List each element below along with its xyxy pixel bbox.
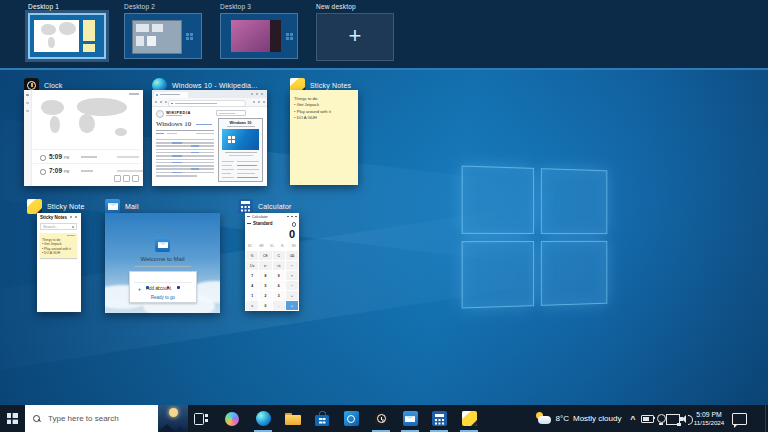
weather-temperature: 8°C xyxy=(556,414,569,423)
calculator-icon xyxy=(432,411,447,426)
task-view-button[interactable] xyxy=(189,405,213,432)
clock-time: 5:09 PM xyxy=(49,153,69,160)
start-button[interactable] xyxy=(0,405,24,432)
infobox-subtitle-placeholder xyxy=(227,126,255,127)
wordmark-subtitle-placeholder xyxy=(166,115,182,116)
ethernet-network-icon xyxy=(666,414,680,425)
clock-row-icon xyxy=(40,169,46,175)
calc-key: 9 xyxy=(273,271,285,280)
sticky-note-text: Things to do: • Get Jetpack • Play aroun… xyxy=(294,96,331,122)
mini-map-blob xyxy=(59,22,76,35)
window-title: Calculator xyxy=(258,203,292,210)
logo-pane xyxy=(540,168,607,234)
ready-to-go-button: Ready to go xyxy=(130,295,196,300)
network-tray-button[interactable] xyxy=(666,405,680,432)
mail-welcome-icon xyxy=(155,237,170,252)
copilot-icon xyxy=(225,412,239,426)
calc-key: 3 xyxy=(273,291,285,300)
sidebar-item-icon xyxy=(26,102,29,104)
note-preview-text: Things to do: • Get Jetpack • Play aroun… xyxy=(42,238,71,256)
search-highlight-image[interactable] xyxy=(158,405,188,432)
infobox-row xyxy=(222,169,234,170)
calc-key: 7 xyxy=(246,271,258,280)
file-explorer-taskbar-button[interactable] xyxy=(281,405,305,432)
battery-tray-button[interactable] xyxy=(640,405,654,432)
app-icon-mini xyxy=(247,216,250,217)
clock-row-label-placeholder xyxy=(81,156,97,158)
calculator-taskbar-button[interactable] xyxy=(427,405,451,432)
map-continent xyxy=(50,116,60,133)
infobox-caption-placeholder xyxy=(225,152,257,153)
clock-row-date-placeholder xyxy=(117,156,139,158)
provider-icon xyxy=(177,286,180,289)
back-icon xyxy=(155,101,157,103)
memory-key: MS xyxy=(292,244,296,248)
forward-icon xyxy=(160,101,162,103)
calculator-titlebar-text: Calculator xyxy=(252,215,268,219)
infobox-row xyxy=(237,161,259,162)
desktop-1-thumbnail[interactable] xyxy=(28,13,106,59)
store-taskbar-button[interactable] xyxy=(310,405,334,432)
infobox-row xyxy=(222,177,234,178)
calc-key: √x xyxy=(273,261,285,270)
mail-welcome-subtitle-placeholder xyxy=(135,266,191,267)
memory-key: MR xyxy=(259,244,263,248)
refresh-icon xyxy=(165,101,167,103)
action-center-button[interactable] xyxy=(730,405,748,432)
taskbar-clock[interactable]: 5:09 PM 11/15/2024 xyxy=(693,405,725,432)
sticky-note-open-thumbnail[interactable]: Things to do: • Get Jetpack • Play aroun… xyxy=(290,90,358,185)
window-header-mail[interactable]: Mail xyxy=(105,198,139,214)
sticky-notes-taskbar-button[interactable] xyxy=(457,405,481,432)
calc-key: ± xyxy=(246,301,258,310)
mail-icon xyxy=(105,199,120,214)
window-header-sticky-list[interactable]: Sticky Note xyxy=(27,198,85,214)
desktop-3-thumbnail[interactable] xyxy=(220,13,298,59)
tab-title-placeholder xyxy=(160,94,180,95)
copilot-button[interactable] xyxy=(220,405,244,432)
tray-time: 5:09 PM xyxy=(696,411,721,419)
alarm-clock-icon xyxy=(374,412,388,426)
taskbar-search-box[interactable] xyxy=(25,405,188,432)
infobox-title: Windows 10 xyxy=(219,121,262,125)
clock-taskbar-button[interactable] xyxy=(369,405,393,432)
calculator-window-thumbnail[interactable]: Calculator Standard 0 MC MR M+ M− MS % C… xyxy=(245,213,299,311)
outlook-icon xyxy=(344,411,359,426)
close-icon xyxy=(295,216,297,217)
infobox-caption-placeholder xyxy=(229,155,253,156)
memory-key: M+ xyxy=(270,244,274,248)
maximize-icon xyxy=(256,93,258,95)
calc-key: 6 xyxy=(273,281,285,290)
calc-key: 8 xyxy=(259,271,271,280)
article-heading: Windows 10 xyxy=(156,120,191,128)
desktop-2-thumbnail[interactable] xyxy=(124,13,202,59)
wikipedia-window-thumbnail[interactable]: WIKIPEDIA Windows 10 Windows 10 xyxy=(152,90,267,186)
edge-browser-icon xyxy=(256,411,271,426)
edge-taskbar-button[interactable] xyxy=(251,405,275,432)
text-line xyxy=(156,149,214,151)
mini-map-blob xyxy=(48,37,55,48)
clock-time: 7:09 PM xyxy=(49,167,69,174)
settings-gear-icon xyxy=(70,216,72,218)
window-header-calculator[interactable]: Calculator xyxy=(238,198,292,214)
close-icon xyxy=(75,216,77,218)
mini-panel xyxy=(270,20,281,53)
mini-panel xyxy=(152,24,163,32)
mail-window-thumbnail[interactable]: Welcome to Mail + Add account Ready to g… xyxy=(105,213,220,313)
search-input[interactable] xyxy=(46,413,150,424)
menu-icon xyxy=(263,101,265,103)
outlook-taskbar-button[interactable] xyxy=(339,405,363,432)
memory-key: M− xyxy=(281,244,285,248)
volume-tray-button[interactable] xyxy=(679,405,693,432)
map-continent xyxy=(115,128,127,136)
new-desktop-button[interactable]: + xyxy=(316,13,394,61)
sticky-list-window-thumbnail[interactable]: Sticky Notes Search... Things to do: • G… xyxy=(37,213,81,312)
note-preview-card: Things to do: • Get Jetpack • Play aroun… xyxy=(40,233,77,258)
weather-widget[interactable]: 8°C Mostly cloudy xyxy=(528,405,628,432)
clock-window-thumbnail[interactable]: 5:09 PM 7:09 PM xyxy=(24,90,143,186)
mini-panel xyxy=(136,36,145,46)
show-hidden-icons-button[interactable]: ^ xyxy=(627,405,639,432)
article-tab-placeholder xyxy=(196,133,214,134)
languages-link-placeholder xyxy=(196,124,212,125)
calc-key: + xyxy=(286,291,298,300)
mail-taskbar-button[interactable] xyxy=(398,405,422,432)
